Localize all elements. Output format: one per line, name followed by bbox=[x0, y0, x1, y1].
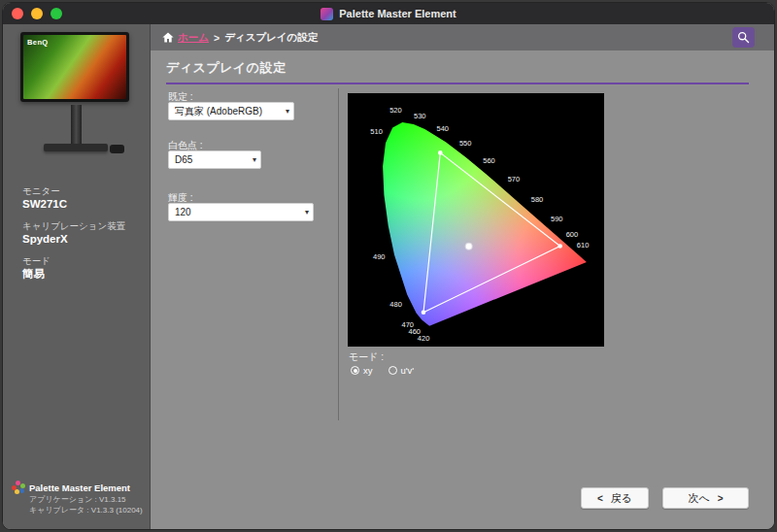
page-title: ディスプレイの設定 bbox=[166, 59, 287, 77]
wavelength-label: 550 bbox=[459, 139, 472, 148]
luminance-value: 120 bbox=[175, 207, 191, 217]
next-button-label: 次へ bbox=[688, 491, 709, 506]
back-button[interactable]: < 戻る bbox=[581, 487, 649, 509]
chevron-left-icon: < bbox=[597, 493, 603, 504]
section-divider bbox=[338, 88, 339, 420]
wavelength-label: 570 bbox=[508, 175, 521, 183]
pme-logo-icon bbox=[12, 481, 25, 494]
cie-chromaticity-chart: 5205305405505605705805906006105104904804… bbox=[348, 93, 604, 347]
benq-logo: BenQ bbox=[27, 38, 49, 47]
minimize-button[interactable] bbox=[31, 8, 43, 19]
monitor-value: SW271C bbox=[22, 197, 142, 211]
wavelength-label: 590 bbox=[551, 215, 563, 223]
home-link[interactable]: ホーム bbox=[162, 31, 209, 45]
chevron-down-icon: ▾ bbox=[253, 155, 256, 164]
main-panel: ホーム > ディスプレイの設定 ディスプレイの設定 既定 : 写真家 (Adob… bbox=[151, 24, 774, 529]
wavelength-label: 520 bbox=[389, 106, 402, 115]
wavelength-label: 530 bbox=[414, 112, 426, 120]
title-bar: Palette Master Element bbox=[3, 3, 774, 24]
window-title-group: Palette Master Element bbox=[321, 8, 456, 20]
breadcrumb-current: ディスプレイの設定 bbox=[224, 31, 318, 45]
luminance-dropdown[interactable]: 120 ▾ bbox=[168, 203, 314, 221]
calibrator-label: キャリブレーション装置 bbox=[22, 220, 142, 232]
wavelength-label: 490 bbox=[373, 252, 386, 261]
wavelength-label: 610 bbox=[577, 241, 590, 249]
search-icon bbox=[737, 31, 750, 44]
search-button[interactable] bbox=[732, 27, 755, 48]
device-info-list: モニター SW271C キャリブレーション装置 SpyderX モード 簡易 bbox=[22, 185, 142, 290]
window-title: Palette Master Element bbox=[339, 8, 456, 19]
wavelength-label: 540 bbox=[437, 124, 450, 133]
chevron-right-icon: > bbox=[718, 493, 724, 504]
radio-uv[interactable]: u'v' bbox=[388, 365, 415, 376]
radio-icon bbox=[351, 366, 359, 375]
monitor-stand-base bbox=[44, 144, 108, 151]
zoom-button[interactable] bbox=[51, 8, 62, 19]
mode-label: モード bbox=[22, 255, 142, 267]
radio-label: u'v' bbox=[401, 365, 415, 376]
preset-value: 写真家 (AdobeRGB) bbox=[175, 105, 262, 118]
breadcrumb: ホーム > ディスプレイの設定 bbox=[151, 24, 774, 50]
chart-mode-label: モード : bbox=[349, 350, 384, 364]
wavelength-label: 510 bbox=[370, 127, 383, 136]
brand-name: Palette Master Element bbox=[29, 482, 130, 493]
wavelength-label: 480 bbox=[389, 300, 402, 309]
wavelength-label: 560 bbox=[483, 156, 495, 165]
sidebar: BenQ モニター SW271C キャリブレーション装置 SpyderX モード… bbox=[3, 24, 151, 529]
chart-mode-options: xy u'v' bbox=[351, 365, 414, 376]
title-underline bbox=[166, 83, 749, 84]
whitepoint-value: D65 bbox=[175, 154, 192, 165]
brand-row: Palette Master Element bbox=[12, 481, 146, 494]
monitor-label: モニター bbox=[22, 185, 142, 197]
app-version: アプリケーション : V1.3.15 bbox=[29, 494, 146, 505]
hotkey-puck bbox=[110, 145, 124, 153]
traffic-lights bbox=[12, 3, 62, 24]
monitor-stand bbox=[71, 105, 82, 146]
calibrator-value: SpyderX bbox=[22, 232, 142, 246]
gamut-vertex-marker bbox=[557, 244, 562, 249]
back-button-label: 戻る bbox=[611, 491, 632, 506]
radio-xy[interactable]: xy bbox=[351, 365, 373, 376]
wavelength-label: 600 bbox=[566, 230, 579, 239]
app-icon bbox=[321, 8, 333, 20]
home-icon bbox=[162, 32, 174, 43]
white-point-marker bbox=[466, 244, 472, 249]
gamut-vertex-marker bbox=[438, 150, 443, 155]
calibrator-version: キャリブレータ : V1.3.3 (10204) bbox=[29, 505, 146, 515]
chevron-down-icon: ▾ bbox=[305, 208, 309, 216]
breadcrumb-separator: > bbox=[214, 32, 220, 44]
close-button[interactable] bbox=[12, 8, 23, 19]
monitor-screen: BenQ bbox=[20, 32, 129, 102]
preset-dropdown[interactable]: 写真家 (AdobeRGB) ▾ bbox=[168, 102, 294, 120]
radio-label: xy bbox=[363, 365, 373, 376]
sidebar-footer: Palette Master Element アプリケーション : V1.3.1… bbox=[12, 481, 146, 515]
app-window: Palette Master Element BenQ モニター SW271C … bbox=[2, 2, 775, 530]
gamut-vertex-marker bbox=[422, 311, 426, 316]
wavelength-label: 420 bbox=[418, 334, 430, 343]
mode-value: 簡易 bbox=[22, 267, 142, 281]
whitepoint-dropdown[interactable]: D65 ▾ bbox=[168, 150, 261, 169]
radio-icon bbox=[388, 366, 397, 375]
monitor-image: BenQ bbox=[20, 32, 133, 180]
wavelength-label: 580 bbox=[531, 195, 544, 204]
next-button[interactable]: 次へ > bbox=[662, 487, 749, 509]
chevron-down-icon: ▾ bbox=[286, 107, 289, 116]
home-link-label[interactable]: ホーム bbox=[178, 31, 209, 45]
